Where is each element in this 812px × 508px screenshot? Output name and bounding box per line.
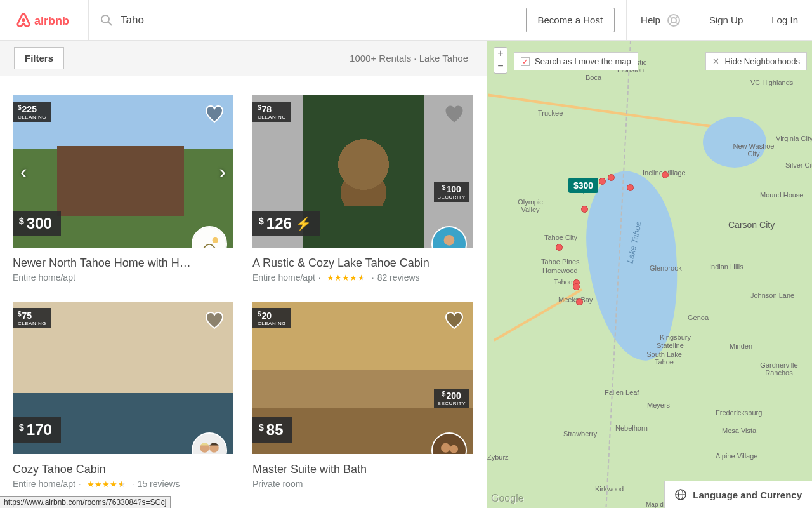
listing-title[interactable]: Newer North Tahoe Home with H… xyxy=(13,257,203,270)
zoom-in-button[interactable]: + xyxy=(494,48,507,60)
listings-panel[interactable]: 225CLEANING ‹ › $300 Newer North Tahoe H… xyxy=(0,76,487,508)
nav-log-in[interactable]: Log In xyxy=(757,0,812,41)
map-listing-dot[interactable] xyxy=(599,178,606,185)
price-badge: $85 xyxy=(252,417,292,443)
fee-badge: 75CLEANING xyxy=(13,308,51,328)
map-city-label: Nebelhorn xyxy=(615,424,648,432)
svg-point-1 xyxy=(102,15,109,23)
star-rating-icon: ★★★★★★ xyxy=(87,479,126,489)
results-summary: 1000+ Rentals · Lake Tahoe xyxy=(350,53,468,64)
map-panel[interactable]: Lake Tahoe MysticBocaFloristonTruckeeVC … xyxy=(487,41,812,508)
close-icon: ✕ xyxy=(712,57,719,66)
map-zoom: + − xyxy=(494,47,508,74)
listing-title[interactable]: A Rustic & Cozy Lake Tahoe Cabin xyxy=(252,257,443,270)
host-avatar[interactable] xyxy=(431,226,467,248)
listing-title[interactable]: Cozy Tahoe Cabin xyxy=(13,463,203,476)
header: airbnb Become a Host Help Sign Up Log In xyxy=(0,0,812,41)
logo[interactable]: airbnb xyxy=(0,0,89,41)
listing-photo[interactable]: 225CLEANING ‹ › $300 xyxy=(13,95,233,248)
map-city-label: Tahoe City xyxy=(544,234,577,241)
listing-meta: Entire home/apt ★★★★★★ 15 reviews xyxy=(13,479,233,489)
listing-meta: Entire home/apt xyxy=(13,272,233,283)
listing-photo[interactable]: 75CLEANING $170 xyxy=(13,302,233,454)
map-city-label: Stateline xyxy=(657,342,684,349)
map-city-label: VC Highlands xyxy=(750,79,793,86)
map-city-label: Silver City xyxy=(785,161,812,169)
listing-card[interactable]: 225CLEANING ‹ › $300 Newer North Tahoe H… xyxy=(13,95,233,283)
search-icon xyxy=(100,14,113,27)
map-listing-dot[interactable] xyxy=(608,174,615,181)
map-listing-dot[interactable] xyxy=(556,244,563,251)
map-city-label: South Lake Tahoe xyxy=(642,351,686,366)
map-listing-dot[interactable] xyxy=(627,184,634,191)
listing-card[interactable]: 75CLEANING $170 Cozy Tahoe Cabin Entire … xyxy=(13,302,233,489)
wishlist-heart-icon[interactable] xyxy=(444,311,464,331)
listing-meta: Entire home/apt ★★★★★★ 82 reviews xyxy=(252,272,473,283)
map-listing-dot[interactable] xyxy=(576,298,583,305)
map-price-pin[interactable]: $300 xyxy=(568,178,598,193)
svg-point-17 xyxy=(441,443,450,453)
google-logo: Google xyxy=(491,493,524,504)
hide-neighborhoods-button[interactable]: ✕ Hide Neighborhoods xyxy=(705,52,807,70)
become-host-button[interactable]: Become a Host xyxy=(526,8,615,32)
map-city-label: Kingsbury xyxy=(660,333,691,341)
map-city-label: Zyburz xyxy=(487,453,509,461)
checkbox-icon: ✓ xyxy=(521,57,530,66)
globe-icon xyxy=(675,489,686,500)
nav-help[interactable]: Help xyxy=(626,0,695,41)
wishlist-heart-icon[interactable] xyxy=(444,104,464,124)
map-city-label: Olympic Valley xyxy=(511,198,549,213)
language-currency-button[interactable]: Language and Currency xyxy=(664,481,812,508)
map-city-label: Mound House xyxy=(760,191,804,199)
map-city-label: Truckee xyxy=(538,109,563,117)
search-input[interactable] xyxy=(121,14,514,27)
map-city-label: Kirkwood xyxy=(595,485,624,493)
wishlist-heart-icon[interactable] xyxy=(204,104,225,124)
next-photo-arrow[interactable]: › xyxy=(219,160,226,184)
map-city-label: Fallen Leaf xyxy=(605,389,639,396)
map-city-label: Mesa Vista xyxy=(722,427,756,434)
svg-line-2 xyxy=(108,22,112,25)
listing-card[interactable]: 20CLEANING 200SECURITY $85 Master Suite … xyxy=(252,302,473,489)
listing-card[interactable]: 78CLEANING 100SECURITY $126⚡ A Rustic & … xyxy=(252,95,473,283)
map-listing-dot[interactable] xyxy=(662,171,669,178)
map-city-label: Virginia City xyxy=(776,135,812,142)
listing-photo[interactable]: 78CLEANING 100SECURITY $126⚡ xyxy=(252,95,473,248)
map-city-label: Boca xyxy=(586,74,601,81)
svg-text:airbnb: airbnb xyxy=(34,15,69,27)
svg-point-12 xyxy=(444,235,455,246)
map-city-label: Tahoe Pines xyxy=(541,258,580,265)
map-city-label: Genoa xyxy=(688,314,709,321)
host-avatar[interactable] xyxy=(431,432,467,454)
star-rating-icon: ★★★★★★ xyxy=(327,273,366,283)
listing-photo[interactable]: 20CLEANING 200SECURITY $85 xyxy=(252,302,473,454)
prev-photo-arrow[interactable]: ‹ xyxy=(20,160,27,184)
listing-title[interactable]: Master Suite with Bath xyxy=(252,463,443,476)
map-city-label: Carson City xyxy=(728,220,775,230)
price-badge: $170 xyxy=(13,417,61,443)
map-city-label: Fredericksburg xyxy=(716,409,762,417)
security-badge: 100SECURITY xyxy=(434,182,469,202)
map-listing-dot[interactable] xyxy=(573,283,580,290)
host-avatar[interactable] xyxy=(192,432,227,454)
instant-book-icon: ⚡ xyxy=(296,216,311,231)
search-box[interactable] xyxy=(89,14,526,27)
map-listing-dot[interactable] xyxy=(581,206,588,213)
help-label: Help xyxy=(641,15,660,25)
wishlist-heart-icon[interactable] xyxy=(204,311,225,331)
map-city-label: Meyers xyxy=(647,401,670,409)
svg-rect-16 xyxy=(433,434,466,454)
search-as-move-toggle[interactable]: ✓ Search as I move the map xyxy=(514,52,638,70)
map-city-label: Johnson Lane xyxy=(750,291,794,299)
map-city-label: New Washoe City xyxy=(728,142,779,157)
status-bar-url: https://www.airbnb.com/rooms/7633084?s=S… xyxy=(0,496,171,508)
map-canvas[interactable]: Lake Tahoe MysticBocaFloristonTruckeeVC … xyxy=(487,41,812,508)
svg-rect-13 xyxy=(193,434,226,454)
host-avatar[interactable] xyxy=(192,226,227,248)
filters-button[interactable]: Filters xyxy=(14,47,64,69)
map-city-label: Alpine Village xyxy=(716,452,757,460)
zoom-out-button[interactable]: − xyxy=(494,60,507,73)
nav-sign-up[interactable]: Sign Up xyxy=(695,0,757,41)
map-city-label: Gardnerville Ranchos xyxy=(754,361,804,377)
map-city-label: Indian Hills xyxy=(709,263,743,271)
